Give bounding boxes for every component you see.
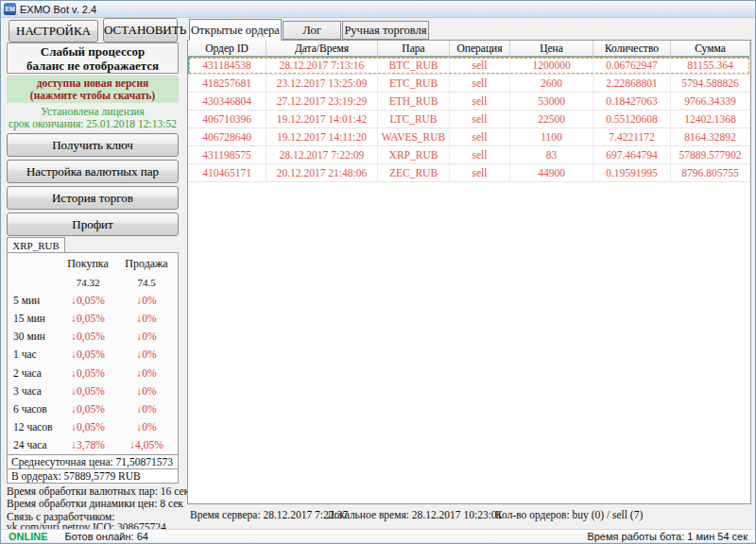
cell-pair: XRP_RUB [378, 146, 450, 164]
update-line2: (нажмите чтобы скачать) [7, 90, 179, 102]
sell-change: ↓0% [117, 331, 176, 342]
warning-line1: Слабый процессор [8, 44, 178, 59]
period-label: 12 часов [9, 421, 59, 433]
cell-pair: ZEC_RUB [378, 164, 450, 182]
server-time: Время сервера: 28.12.2017 7:22:37 [190, 509, 348, 520]
cell-operation: sell [450, 93, 510, 110]
warning-line2: баланс не отображается [8, 59, 178, 73]
col-header-price[interactable]: Цена [510, 41, 593, 57]
cell-price: 1100 [510, 128, 593, 146]
cell-pair: LTC_RUB [378, 110, 450, 128]
average-daily-price: Среднесуточная цена: 71,50871573 [8, 454, 178, 468]
tab-xrp-rub[interactable]: XRP_RUB [7, 237, 65, 253]
table-row[interactable]: 430346804 27.12.2017 23:19:29 ETH_RUB se… [188, 93, 750, 110]
buy-change: ↓3,78% [59, 439, 117, 450]
table-row[interactable]: 406710396 19.12.2017 14:01:42 LTC_RUB se… [188, 110, 750, 128]
profit-button[interactable]: Профит [7, 212, 179, 236]
table-row[interactable]: 431198575 28.12.2017 7:22:09 XRP_RUB sel… [188, 146, 750, 164]
tab-manual-trading[interactable]: Ручная торговля [342, 21, 429, 40]
cell-operation: sell [450, 75, 510, 93]
sell-price: 74.5 [117, 277, 176, 288]
col-header-datetime[interactable]: Дата/Время [266, 41, 378, 57]
cell-sum: 81155.364 [671, 57, 750, 75]
get-key-button[interactable]: Получить ключ [7, 133, 179, 157]
cell-order-id: 431184538 [188, 57, 266, 75]
cell-sum: 12402.1368 [671, 110, 750, 128]
period-label: 1 час [9, 348, 59, 360]
buy-change: ↓0,05% [59, 313, 117, 324]
table-row[interactable]: 410465171 20.12.2017 21:48:06 ZEC_RUB se… [188, 164, 750, 182]
cell-datetime: 27.12.2017 23:19:29 [266, 93, 378, 110]
cell-sum: 8796.805755 [671, 164, 750, 182]
orders-table-header: Ордер ID Дата/Время Пара Операция Цена К… [188, 41, 750, 57]
cell-datetime: 23.12.2017 13:25:09 [266, 75, 378, 93]
cell-datetime: 28.12.2017 7:13:16 [266, 57, 378, 75]
settings-button[interactable]: НАСТРОЙКА [9, 20, 98, 42]
online-status: ONLINE [9, 531, 48, 542]
cell-operation: sell [450, 128, 510, 146]
cell-quantity: 7.4221172 [593, 128, 671, 146]
col-header-operation[interactable]: Операция [450, 41, 510, 57]
buy-price: 74.32 [59, 277, 117, 288]
cell-quantity: 0.06762947 [593, 57, 671, 75]
cell-sum: 57889.577902 [671, 146, 750, 164]
cell-pair: ETH_RUB [378, 93, 450, 110]
table-row[interactable]: 431184538 28.12.2017 7:13:16 BTC_RUB sel… [188, 57, 750, 75]
col-header-sum[interactable]: Сумма [671, 41, 750, 57]
period-label: 24 часа [9, 439, 59, 450]
buy-change: ↓0,05% [59, 385, 117, 397]
cell-sum: 9766.34339 [671, 93, 750, 110]
cell-price: 53000 [510, 93, 593, 110]
cell-sum: 8164.32892 [671, 128, 750, 146]
title-bar: EM EXMO Bot v. 2.4 [1, 1, 755, 18]
buy-change: ↓0,05% [59, 421, 117, 433]
pair-dynamics-grid: Покупка Продажа 74.32 74.5 5 мин ↓0,05% … [8, 253, 178, 454]
sell-change: ↓0% [117, 421, 176, 433]
table-row[interactable]: 406728640 19.12.2017 14:11:20 WAVES_RUB … [188, 128, 750, 146]
col-header-order-id[interactable]: Ордер ID [188, 41, 266, 57]
cell-pair: WAVES_RUB [378, 128, 450, 146]
tab-open-orders[interactable]: Открытые ордера [189, 19, 282, 41]
sell-change: ↓0% [117, 385, 176, 397]
buy-change: ↓0,05% [59, 295, 117, 306]
stop-button[interactable]: ОСТАНОВИТЬ [103, 18, 178, 42]
app-icon: EM [4, 3, 16, 15]
period-label: 6 часов [9, 403, 59, 415]
col-header-pair[interactable]: Пара [378, 41, 450, 57]
cell-order-id: 406710396 [188, 110, 266, 128]
bot-uptime: Время работы бота: 1 мин 54 сек [587, 531, 747, 542]
tab-work-log[interactable]: Лог работы [283, 21, 341, 40]
cell-quantity: 697.464794 [593, 146, 671, 164]
cell-price: 2600 [510, 75, 593, 93]
pair-settings-button[interactable]: Настройка валютных пар [7, 160, 179, 183]
update-available-notice[interactable]: доступна новая версия (нажмите чтобы ска… [7, 76, 179, 103]
period-label: 30 мин [9, 331, 59, 342]
buy-change: ↓0,05% [59, 367, 117, 379]
period-label: 2 часа [9, 367, 59, 379]
trade-history-button[interactable]: История торгов [7, 186, 179, 210]
cell-operation: sell [450, 146, 510, 164]
orders-count: Кол-во ордеров: buy (0) / sell (7) [495, 509, 643, 520]
cell-quantity: 0.18427063 [593, 93, 671, 110]
cell-order-id: 430346804 [188, 93, 266, 110]
buy-change: ↓0,05% [59, 348, 117, 360]
cell-datetime: 19.12.2017 14:11:20 [266, 128, 378, 146]
orders-table: Ордер ID Дата/Время Пара Операция Цена К… [187, 40, 751, 504]
cell-order-id: 431198575 [188, 146, 266, 164]
cell-price: 44900 [510, 164, 593, 182]
cell-operation: sell [450, 110, 510, 128]
status-bar: ONLINE Ботов онлайн: 64 Время работы бот… [1, 529, 755, 542]
license-line1: Установлена лицензия [7, 106, 179, 118]
table-empty-area [188, 182, 750, 503]
period-label: 3 часа [9, 385, 59, 397]
col-header-quantity[interactable]: Количество [593, 41, 671, 57]
sell-change: ↓0% [117, 348, 176, 360]
app-window: EM EXMO Bot v. 2.4 НАСТРОЙКА ОСТАНОВИТЬ … [0, 0, 756, 544]
cell-order-id: 410465171 [188, 164, 266, 182]
cell-operation: sell [450, 57, 510, 75]
sell-change: ↓4,05% [117, 439, 176, 450]
license-line2: срок окончания: 25.01.2018 12:13:52 [7, 118, 179, 130]
sell-change: ↓0% [117, 313, 176, 324]
sell-column-header: Продажа [117, 257, 176, 271]
table-row[interactable]: 418257681 23.12.2017 13:25:09 ETC_RUB se… [188, 75, 750, 93]
